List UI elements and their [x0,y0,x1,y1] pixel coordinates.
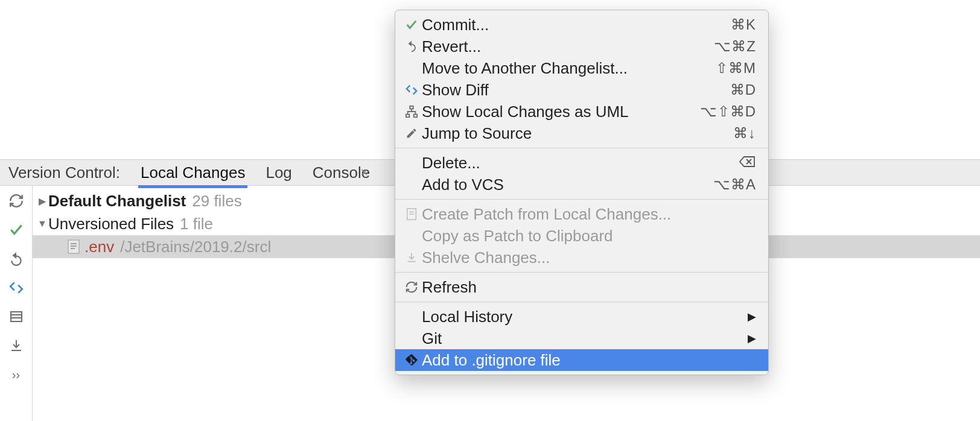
tab-local-changes[interactable]: Local Changes [141,163,245,182]
menu-show-uml[interactable]: Show Local Changes as UML ⌥⇧⌘D [395,101,768,122]
pencil-icon [401,127,422,139]
uml-icon [401,105,422,118]
changelist-name: Unversioned Files [48,215,174,233]
menu-add-gitignore[interactable]: Add to .gitignore file [395,349,768,371]
menu-add-vcs[interactable]: Add to VCS ⌥⌘A [395,174,768,195]
refresh-menu-icon [401,280,422,294]
svg-rect-0 [11,312,22,321]
menu-git[interactable]: Git ▶ [395,328,768,349]
menu-show-diff[interactable]: Show Diff ⌘D [395,79,768,101]
undo-icon [401,40,422,53]
context-menu: Commit... ⌘K Revert... ⌥⌘Z Move to Anoth… [395,10,769,375]
submenu-arrow-icon: ▶ [748,332,756,345]
gitignore-icon [401,353,422,367]
menu-jump-source[interactable]: Jump to Source ⌘↓ [395,122,768,144]
svg-rect-3 [68,240,79,253]
panel-title: Version Control: [8,163,120,182]
svg-rect-7 [410,106,413,109]
changelist-icon[interactable] [7,308,25,326]
commit-icon[interactable] [7,221,25,239]
menu-shelve: Shelve Changes... [395,247,768,268]
revert-icon[interactable] [7,250,25,268]
close-icon[interactable]: × [360,165,368,180]
diff-arrows-icon [401,83,422,97]
svg-rect-8 [406,115,410,118]
file-path: /JetBrains/2019.2/srcl [120,238,271,256]
menu-create-patch: Create Patch from Local Changes... [395,203,768,225]
submenu-arrow-icon: ▶ [748,310,756,323]
shelve-down-icon [401,252,422,264]
backspace-icon [739,154,756,171]
file-name: .env [84,238,114,256]
disclosure-closed-icon[interactable]: ▶ [36,195,48,207]
svg-rect-9 [414,115,418,118]
file-icon [68,239,80,254]
vcs-toolbar: ›› [0,186,33,421]
expand-icon[interactable]: ›› [7,366,25,384]
changelist-count: 29 files [192,192,241,210]
menu-move-changelist[interactable]: Move to Another Changelist... ⇧⌘M [395,57,768,79]
patch-icon [401,207,422,221]
menu-copy-patch: Copy as Patch to Clipboard [395,225,768,247]
menu-delete[interactable]: Delete... [395,152,768,174]
disclosure-open-icon[interactable]: ▼ [36,218,48,229]
refresh-icon[interactable] [7,192,25,210]
menu-local-history[interactable]: Local History ▶ [395,306,768,328]
menu-refresh[interactable]: Refresh [395,276,768,298]
checkmark-icon [401,18,422,31]
tab-log[interactable]: Log [266,163,291,182]
diff-icon[interactable] [7,279,25,297]
shelve-icon[interactable] [7,337,25,355]
menu-commit[interactable]: Commit... ⌘K [395,14,768,36]
changelist-count: 1 file [180,215,213,233]
menu-revert[interactable]: Revert... ⌥⌘Z [395,36,768,57]
changelist-name: Default Changelist [48,192,186,210]
